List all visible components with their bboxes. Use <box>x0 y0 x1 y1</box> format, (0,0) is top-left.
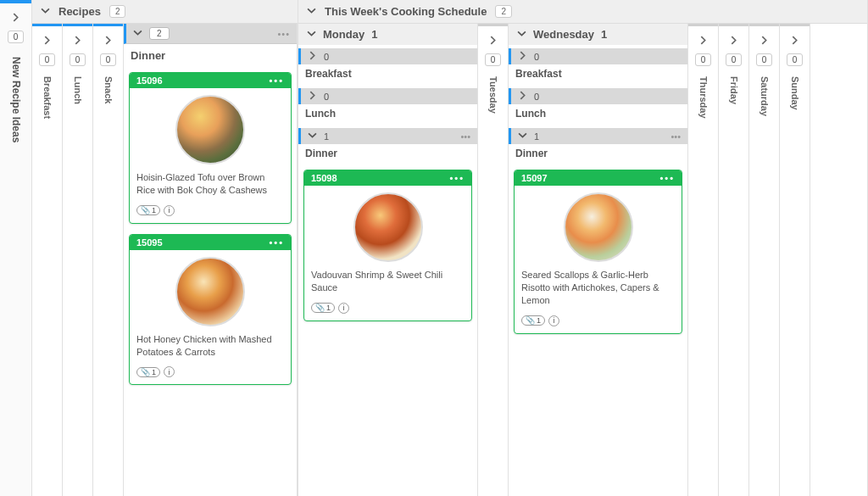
card-more-icon[interactable]: ••• <box>449 173 465 183</box>
recipe-card[interactable]: 15098 ••• Vadouvan Shrimp & Sweet Chili … <box>303 170 472 321</box>
info-icon[interactable]: i <box>164 205 175 216</box>
count-badge: 0 <box>39 53 56 66</box>
attachment-icon[interactable]: 📎1 <box>136 367 160 377</box>
chevron-right-icon[interactable] <box>103 33 113 48</box>
day-label: Sunday <box>790 76 800 110</box>
section-head-lunch[interactable]: 0 <box>298 88 477 104</box>
recipe-card[interactable]: 15095 ••• Hot Honey Chicken with Mashed … <box>129 234 292 386</box>
card-id: 15097 <box>521 173 548 183</box>
group-schedule: This Week's Cooking Schedule 2 Monday 1 … <box>298 0 868 496</box>
accent-bar <box>780 24 810 26</box>
day-column-tuesday[interactable]: 0 Tuesday <box>478 24 509 496</box>
accent-bar <box>0 0 31 3</box>
info-icon[interactable]: i <box>338 303 349 314</box>
section-head-dinner[interactable]: 1 ••• <box>509 128 687 144</box>
lane-snack[interactable]: 0 Snack <box>93 24 124 496</box>
day-column-saturday[interactable]: 0 Saturday <box>749 24 780 496</box>
info-icon[interactable]: i <box>164 366 175 377</box>
chevron-down-icon[interactable] <box>307 28 316 41</box>
chevron-right-icon[interactable] <box>42 33 52 48</box>
recipe-card[interactable]: 15097 ••• Seared Scallops & Garlic-Herb … <box>514 170 682 334</box>
day-label: Thursday <box>698 76 709 119</box>
group-header-schedule[interactable]: This Week's Cooking Schedule 2 <box>298 0 867 24</box>
day-column-thursday[interactable]: 0 Thursday <box>688 24 719 496</box>
count-badge: 0 <box>726 53 743 66</box>
chevron-right-icon[interactable] <box>518 51 527 62</box>
section-count: 0 <box>324 52 329 62</box>
card-description: Hot Honey Chicken with Mashed Potatoes &… <box>130 333 291 364</box>
count-badge: 0 <box>8 31 25 43</box>
chevron-right-icon[interactable] <box>488 33 498 48</box>
chevron-right-icon[interactable] <box>760 33 769 48</box>
day-count: 1 <box>371 28 377 41</box>
card-more-icon[interactable]: ••• <box>659 173 675 183</box>
chevron-down-icon[interactable] <box>41 5 50 18</box>
section-title: Breakfast <box>509 64 687 85</box>
day-count: 1 <box>601 28 607 41</box>
section-head-breakfast[interactable]: 0 <box>298 48 477 64</box>
day-label: Monday <box>323 28 364 41</box>
recipe-card[interactable]: 15096 ••• Hoisin-Glazed Tofu over Brown … <box>129 72 292 224</box>
day-header-monday[interactable]: Monday 1 <box>298 24 477 45</box>
chevron-down-icon[interactable] <box>518 131 527 142</box>
column-new-recipe-ideas[interactable]: 0 New Recipe Ideas <box>0 0 32 496</box>
day-header-wednesday[interactable]: Wednesday 1 <box>509 24 687 45</box>
card-more-icon[interactable]: ••• <box>269 75 284 86</box>
lane-count: 2 <box>149 27 170 40</box>
more-icon[interactable]: ••• <box>460 131 470 142</box>
attachment-icon[interactable]: 📎1 <box>136 205 160 215</box>
more-icon[interactable]: ••• <box>670 131 681 142</box>
lane-title: Dinner <box>124 44 297 67</box>
lane-label: Breakfast <box>42 76 53 119</box>
more-icon[interactable]: ••• <box>277 29 290 39</box>
lane-lunch[interactable]: 0 Lunch <box>63 24 93 496</box>
chevron-down-icon[interactable] <box>517 28 526 41</box>
dish-image <box>175 257 245 326</box>
day-label: Saturday <box>760 76 770 116</box>
chevron-right-icon[interactable] <box>790 33 799 48</box>
lane-header-dinner[interactable]: 2 ••• <box>124 24 297 44</box>
chevron-right-icon[interactable] <box>11 10 20 25</box>
section-head-dinner[interactable]: 1 ••• <box>298 128 477 144</box>
section-count: 0 <box>534 52 539 62</box>
count-badge: 0 <box>70 53 86 66</box>
chevron-right-icon[interactable] <box>73 33 82 48</box>
day-column-monday: Monday 1 0 Breakfast 0 Lunch 1 ••• Dinne… <box>298 24 478 496</box>
chevron-down-icon[interactable] <box>307 5 316 18</box>
count-badge: 0 <box>485 53 502 66</box>
lane-breakfast[interactable]: 0 Breakfast <box>32 24 63 496</box>
accent-bar <box>719 24 748 26</box>
chevron-right-icon[interactable] <box>518 91 527 102</box>
day-column-friday[interactable]: 0 Friday <box>719 24 749 496</box>
section-head-lunch[interactable]: 0 <box>509 88 687 104</box>
day-column-sunday[interactable]: 0 Sunday <box>780 24 810 496</box>
info-icon[interactable]: i <box>548 315 559 326</box>
dish-image <box>353 192 423 262</box>
chevron-down-icon[interactable] <box>133 28 142 40</box>
section-head-breakfast[interactable]: 0 <box>509 48 687 64</box>
section-title: Dinner <box>298 144 477 164</box>
chevron-right-icon[interactable] <box>729 33 738 48</box>
day-column-wednesday: Wednesday 1 0 Breakfast 0 Lunch 1 ••• Di… <box>509 24 688 496</box>
dish-image <box>175 95 245 164</box>
chevron-down-icon[interactable] <box>308 131 317 142</box>
card-id: 15096 <box>136 75 163 86</box>
attachment-icon[interactable]: 📎1 <box>521 315 545 326</box>
card-more-icon[interactable]: ••• <box>269 237 284 248</box>
chevron-right-icon[interactable] <box>698 33 708 48</box>
section-count: 0 <box>324 92 329 102</box>
group-recipes: Recipes 2 0 Breakfast 0 Lunch 0 Snack 2 <box>32 0 298 496</box>
lane-dinner: 2 ••• Dinner 15096 ••• Hoisin-Glazed Tof… <box>124 24 298 496</box>
lane-label: Snack <box>103 76 114 103</box>
section-count: 1 <box>324 131 329 142</box>
count-badge: 0 <box>756 53 773 66</box>
day-label: Friday <box>729 76 739 104</box>
section-count: 0 <box>534 92 539 102</box>
group-header-recipes[interactable]: Recipes 2 <box>32 0 298 24</box>
group-title: Recipes <box>58 5 101 18</box>
card-id: 15095 <box>136 237 163 248</box>
chevron-right-icon[interactable] <box>308 91 317 102</box>
accent-bar <box>688 24 718 26</box>
chevron-right-icon[interactable] <box>308 51 317 62</box>
attachment-icon[interactable]: 📎1 <box>311 303 335 313</box>
